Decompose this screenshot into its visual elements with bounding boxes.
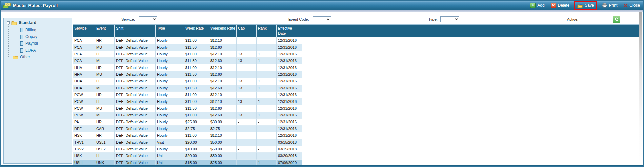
cell-effective_date: 12/31/2016: [277, 132, 302, 139]
cell-cap: -: [237, 44, 257, 51]
table-row[interactable]: PCWHRDEF- Default ValueHourly$11.00$12.1…: [73, 92, 302, 98]
collapse-toggle-icon[interactable]: [7, 21, 10, 24]
cell-service: PCA: [73, 51, 95, 58]
cell-shift: DEF- Default Value: [115, 92, 156, 98]
column-header-type[interactable]: Type: [156, 25, 184, 37]
sidebar-item-billing[interactable]: Billing: [19, 26, 36, 33]
cell-service: PCA: [73, 44, 95, 51]
add-button[interactable]: + Add: [530, 3, 544, 8]
table-row[interactable]: TRV2USL2DEF- Default ValueHourly$10.00$5…: [73, 146, 302, 153]
cell-effective_date: 03/15/2018: [277, 146, 302, 153]
chevron-down-icon: [455, 18, 459, 20]
cell-cap: -: [237, 71, 257, 78]
sidebar-item-lupa[interactable]: LUPA: [19, 47, 36, 54]
cell-effective_date: 12/31/2016: [277, 44, 302, 51]
table-row[interactable]: HHAMUDEF- Default ValueHourly$11.50$12.6…: [73, 71, 302, 78]
notebook-icon: [19, 27, 24, 33]
table-row[interactable]: HHALIDEF- Default ValueHourly$11.00$12.1…: [73, 78, 302, 85]
cell-event: ML: [95, 85, 115, 92]
cell-effective_date: 03/15/2018: [277, 139, 302, 146]
cell-weekend_rate: $12.10: [209, 64, 237, 71]
delete-icon: ✕: [551, 3, 556, 8]
cell-effective_date: 12/31/2016: [277, 92, 302, 98]
table-row[interactable]: PCALIDEF- Default ValueHourly$11.00$12.1…: [73, 51, 302, 58]
vertical-scrollbar[interactable]: [639, 12, 642, 166]
cell-shift: DEF- Default Value: [115, 98, 156, 105]
cell-cap: -: [237, 37, 257, 44]
event-code-select[interactable]: [313, 16, 331, 22]
cell-weekend_rate: $50.00: [209, 153, 237, 160]
table-row[interactable]: PCWLIDEF- Default ValueHourly$11.00$12.1…: [73, 98, 302, 105]
cell-type: Unit: [156, 153, 184, 160]
table-row[interactable]: TRV1USL1DEF- Default ValueVisit$20.00$50…: [73, 139, 302, 146]
sidebar-item-copay[interactable]: Copay: [19, 33, 37, 40]
cell-cap: -: [237, 119, 257, 126]
cell-week_rate: $11.00: [184, 112, 209, 119]
table-row[interactable]: PAHRDEF- Default ValueHourly$25.00$30.00…: [73, 119, 302, 126]
cell-week_rate: $11.50: [184, 71, 209, 78]
cell-type: Hourly: [156, 71, 184, 78]
table-row[interactable]: DEFCARDEF- Default ValueHourly$2.75$2.75…: [73, 126, 302, 132]
column-header-effective_date[interactable]: Effective Date: [277, 25, 302, 37]
save-button[interactable]: Save: [577, 3, 594, 8]
cell-type: Hourly: [156, 44, 184, 51]
cell-rank: -: [257, 64, 277, 71]
table-row[interactable]: PCAMUDEF- Default ValueHourly$11.50$12.6…: [73, 44, 302, 51]
cell-service: HHA: [73, 85, 95, 92]
cell-effective_date: 12/31/2016: [277, 105, 302, 112]
service-select[interactable]: [139, 16, 157, 22]
sidebar-item-other[interactable]: Other: [13, 54, 30, 60]
delete-button[interactable]: ✕ Delete: [551, 3, 570, 8]
table-row[interactable]: HSKHRDEF- Default ValueHourly$11.00$12.1…: [73, 132, 302, 139]
notebook-icon: [19, 48, 24, 53]
cell-rank: 1: [257, 98, 277, 105]
save-button-label: Save: [585, 3, 594, 8]
cell-type: Hourly: [156, 64, 184, 71]
refresh-arrow-icon: [615, 17, 619, 23]
cell-service: HHA: [73, 71, 95, 78]
cell-type: Hourly: [156, 132, 184, 139]
cell-shift: DEF- Default Value: [115, 105, 156, 112]
folder-icon: [13, 55, 18, 59]
print-button[interactable]: Print: [602, 3, 618, 8]
table-row[interactable]: PCWMUDEF- Default ValueHourly$11.50$12.6…: [73, 105, 302, 112]
sidebar-item-standard[interactable]: Standard: [7, 19, 36, 26]
cell-event: HR: [95, 92, 115, 98]
cell-service: TRV2: [73, 146, 95, 153]
cell-effective_date: 12/31/2016: [277, 58, 302, 64]
close-button[interactable]: Close: [623, 3, 640, 8]
cell-service: PCA: [73, 58, 95, 64]
cell-event: HR: [95, 119, 115, 126]
column-header-cap[interactable]: Cap: [237, 25, 257, 37]
table-row[interactable]: PCAHRDEF- Default ValueHourly$11.00$12.1…: [73, 37, 302, 44]
cell-shift: DEF- Default Value: [115, 51, 156, 58]
column-header-service[interactable]: Service: [73, 25, 95, 37]
table-row[interactable]: HHAMLDEF- Default ValueHourly$11.50$12.6…: [73, 85, 302, 92]
sidebar-item-label: Standard: [19, 20, 36, 25]
column-header-rank[interactable]: Rank: [257, 25, 277, 37]
cell-service: PCA: [73, 37, 95, 44]
column-header-week_rate[interactable]: Week Rate: [184, 25, 209, 37]
cell-weekend_rate: $30.00: [209, 119, 237, 126]
cell-weekend_rate: $50.00: [209, 146, 237, 153]
app-window: Master Rates: Payroll + Add ✕ Delete: [0, 0, 644, 167]
sidebar-item-payroll[interactable]: Payroll: [19, 40, 38, 47]
column-header-event[interactable]: Event: [95, 25, 115, 37]
column-header-shift[interactable]: Shift: [115, 25, 156, 37]
table-row[interactable]: PCWMLDEF- Default ValueHourly$11.00$12.6…: [73, 112, 302, 119]
table-row[interactable]: HHAHRDEF- Default ValueHourly$11.00$12.1…: [73, 64, 302, 71]
cell-effective_date: 12/31/2016: [277, 71, 302, 78]
sidebar-item-label: Payroll: [25, 41, 38, 46]
table-row[interactable]: PCAMLDEF- Default ValueHourly$11.50$12.6…: [73, 58, 302, 64]
cell-week_rate: $20.00: [184, 153, 209, 160]
table-row[interactable]: HSKLIDEF- Default ValueUnit$20.00$50.00-…: [73, 153, 302, 160]
cell-week_rate: $25.00: [184, 119, 209, 126]
active-checkbox[interactable]: [585, 17, 589, 21]
cell-service: HSK: [73, 132, 95, 139]
cell-shift: DEF- Default Value: [115, 37, 156, 44]
type-select[interactable]: [440, 16, 459, 22]
refresh-button[interactable]: [613, 16, 620, 23]
column-header-weekend_rate[interactable]: Weekend Rate: [209, 25, 237, 37]
cell-service: DEF: [73, 126, 95, 132]
cell-effective_date: 12/31/2016: [277, 98, 302, 105]
